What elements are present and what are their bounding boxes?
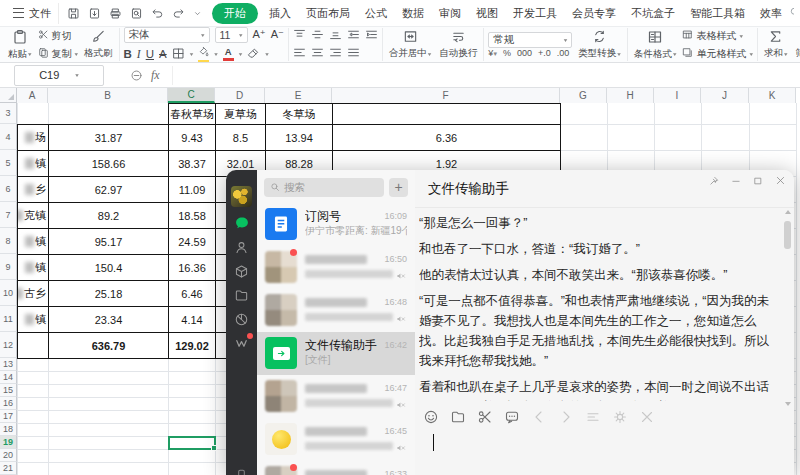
undo-icon[interactable] xyxy=(151,7,164,20)
number-format-select[interactable]: 常规▾ xyxy=(488,32,572,48)
font-name-select[interactable]: 宋体▾ xyxy=(124,27,210,43)
new-chat-button[interactable]: + xyxy=(389,178,408,197)
cell-D3[interactable]: 夏草场 xyxy=(215,103,266,125)
add-decimal-button[interactable]: +.0 xyxy=(538,48,551,58)
chat-list-item[interactable]: 16:50 xyxy=(257,246,415,289)
row-header-21[interactable]: 21 xyxy=(0,462,17,475)
row-header-5[interactable]: 5 xyxy=(0,150,17,176)
close-button[interactable] xyxy=(775,175,786,186)
strikethrough-button[interactable]: A xyxy=(159,48,167,60)
chat-list-item[interactable]: 16:48 xyxy=(257,289,415,332)
cell-style-button[interactable]: 单元格样式▾ xyxy=(682,47,753,61)
row-header-19[interactable]: 19 xyxy=(0,436,17,449)
cell-C7[interactable]: 18.58 xyxy=(168,202,216,229)
row-header-15[interactable]: 15 xyxy=(0,384,17,397)
font-color-button[interactable]: A xyxy=(223,47,234,61)
column-header-H[interactable]: H xyxy=(607,88,654,103)
remove-decimal-button[interactable]: .00 xyxy=(557,48,570,58)
row-header-11[interactable]: 11 xyxy=(0,306,17,332)
cell-C10[interactable]: 6.46 xyxy=(168,280,216,307)
column-header-J[interactable]: J xyxy=(701,88,749,103)
command-search[interactable]: 查找命令、搜索模板 xyxy=(789,6,794,20)
sidebar-contacts-icon[interactable] xyxy=(234,239,250,255)
row-header-12[interactable]: 12 xyxy=(0,332,17,358)
selected-cell-C19[interactable] xyxy=(168,436,216,450)
column-header-A[interactable]: A xyxy=(17,88,48,103)
align-bottom-button[interactable] xyxy=(329,28,342,43)
cell-B8[interactable]: 95.17 xyxy=(48,228,169,255)
preview-icon[interactable] xyxy=(130,7,143,20)
export-icon[interactable] xyxy=(88,7,101,20)
print-icon[interactable] xyxy=(109,7,122,20)
format-painter-button[interactable]: 格式刷 xyxy=(82,29,115,60)
wrap-text-button[interactable]: 自动换行 xyxy=(437,29,479,60)
cell-A11[interactable]: 镇 xyxy=(17,306,49,333)
cell-A6[interactable]: 乡 xyxy=(17,176,49,203)
align-top-button[interactable] xyxy=(293,28,306,43)
cell-D4[interactable]: 8.5 xyxy=(215,124,266,151)
screenshot-icon[interactable] xyxy=(477,409,493,425)
row-header-9[interactable]: 9 xyxy=(0,254,17,280)
bold-button[interactable]: B xyxy=(124,48,132,60)
tab-不坑盒子[interactable]: 不坑盒子 xyxy=(624,3,682,24)
cell-E4[interactable]: 13.94 xyxy=(265,124,333,151)
select-all-corner[interactable] xyxy=(0,88,17,103)
align-center-button[interactable] xyxy=(311,46,324,61)
row-header-6[interactable]: 6 xyxy=(0,176,17,202)
cell-E3[interactable]: 冬草场 xyxy=(265,103,333,125)
tab-审阅[interactable]: 审阅 xyxy=(432,3,468,24)
name-box[interactable]: C19▾ xyxy=(14,65,104,86)
row-header-8[interactable]: 8 xyxy=(0,228,17,254)
zoom-out-icon[interactable] xyxy=(130,69,143,82)
cell-C12[interactable]: 129.02 xyxy=(168,332,216,359)
row-header-14[interactable]: 14 xyxy=(0,371,17,384)
lines-icon[interactable] xyxy=(585,409,601,425)
tab-视图[interactable]: 视图 xyxy=(469,3,505,24)
column-header-D[interactable]: D xyxy=(215,88,265,103)
cell-A5[interactable]: 镇 xyxy=(17,150,49,177)
currency-format-button[interactable]: ¥▾ xyxy=(488,48,497,58)
merge-center-button[interactable]: 合并居中▾ xyxy=(387,29,434,60)
conditional-format-button[interactable]: 条件格式▾ xyxy=(632,29,679,61)
row-header-16[interactable]: 16 xyxy=(0,397,17,410)
chat-list-item-订阅号[interactable]: 订阅号伊宁市零距离: 新疆19个…16:09 xyxy=(257,203,415,246)
cell-B9[interactable]: 150.4 xyxy=(48,254,169,281)
tab-开发工具[interactable]: 开发工具 xyxy=(506,3,564,24)
align-middle-button[interactable] xyxy=(311,28,324,43)
redo-icon[interactable] xyxy=(172,7,185,20)
sum-button[interactable]: 求和▾ xyxy=(762,29,790,60)
cell-B4[interactable]: 31.87 xyxy=(48,124,169,151)
fill-color-button[interactable] xyxy=(198,46,209,63)
align-right-button[interactable] xyxy=(329,46,342,61)
tab-效率[interactable]: 效率 xyxy=(753,3,789,24)
percent-format-button[interactable]: % xyxy=(503,48,511,58)
cell-A10[interactable]: 古乡 xyxy=(17,280,49,307)
row-header-20[interactable]: 20 xyxy=(0,449,17,462)
underline-button[interactable]: U xyxy=(146,48,154,60)
chat-list-item-文件传输助手[interactable]: 文件传输助手[文件]16:42 xyxy=(257,332,415,375)
sidebar-mobile-icon[interactable] xyxy=(234,467,250,475)
tab-智能工具箱[interactable]: 智能工具箱 xyxy=(683,3,752,24)
font-size-select[interactable]: 11▾ xyxy=(215,27,248,43)
pin-button[interactable] xyxy=(709,176,719,186)
align-left-button[interactable] xyxy=(293,46,306,61)
file-menu[interactable]: 文件 xyxy=(6,3,59,24)
sidebar-chat-files-icon[interactable] xyxy=(234,287,250,303)
row-header-7[interactable]: 7 xyxy=(0,202,17,228)
column-header-K[interactable]: K xyxy=(749,88,796,103)
cell-B5[interactable]: 158.66 xyxy=(48,150,169,177)
tab-插入[interactable]: 插入 xyxy=(262,3,298,24)
cell-C6[interactable]: 11.09 xyxy=(168,176,216,203)
cell-B7[interactable]: 89.2 xyxy=(48,202,169,229)
cell-C5[interactable]: 38.37 xyxy=(168,150,216,177)
chat-list-item[interactable]: 16:33 xyxy=(257,461,415,475)
settings-icon[interactable] xyxy=(612,409,628,425)
angle-right-icon[interactable] xyxy=(558,409,574,425)
cell-A8[interactable]: 镇 xyxy=(17,228,49,255)
cell-C4[interactable]: 9.43 xyxy=(168,124,216,151)
sidebar-favorites-icon[interactable] xyxy=(234,263,250,279)
chat-scrollbar[interactable] xyxy=(784,216,792,400)
chat-list-item[interactable]: 16:45 xyxy=(257,418,415,461)
close-icon[interactable] xyxy=(639,409,655,425)
row-header-10[interactable]: 10 xyxy=(0,280,17,306)
